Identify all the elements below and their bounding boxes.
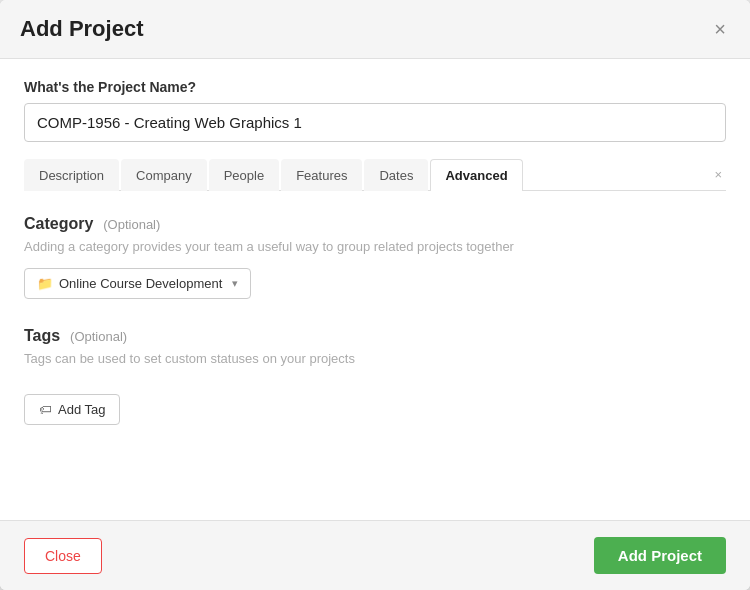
- modal-body: What's the Project Name? Description Com…: [0, 59, 750, 496]
- tab-company[interactable]: Company: [121, 159, 207, 191]
- project-name-label: What's the Project Name?: [24, 79, 726, 95]
- project-name-input[interactable]: [24, 103, 726, 142]
- add-tag-label: Add Tag: [58, 402, 105, 417]
- category-section: Category (Optional) Adding a category pr…: [24, 215, 726, 299]
- tab-advanced-content: Category (Optional) Adding a category pr…: [24, 191, 726, 496]
- modal-footer: Close Add Project: [0, 520, 750, 590]
- tab-features[interactable]: Features: [281, 159, 362, 191]
- add-project-button[interactable]: Add Project: [594, 537, 726, 574]
- category-description: Adding a category provides your team a u…: [24, 239, 726, 254]
- tab-people[interactable]: People: [209, 159, 279, 191]
- tags-description: Tags can be used to set custom statuses …: [24, 351, 726, 366]
- tags-optional: (Optional): [70, 329, 127, 344]
- add-tag-button[interactable]: 🏷 Add Tag: [24, 394, 120, 425]
- chevron-down-icon: ▾: [232, 277, 238, 290]
- tags-title: Tags: [24, 327, 60, 344]
- tabs-row: Description Company People Features Date…: [24, 158, 726, 191]
- tab-dates[interactable]: Dates: [364, 159, 428, 191]
- close-button[interactable]: Close: [24, 538, 102, 574]
- modal-title: Add Project: [20, 16, 143, 42]
- category-selected-value: Online Course Development: [59, 276, 222, 291]
- category-dropdown[interactable]: 📁 Online Course Development ▾: [24, 268, 251, 299]
- folder-icon: 📁: [37, 276, 53, 291]
- tag-icon: 🏷: [39, 402, 52, 417]
- category-title: Category: [24, 215, 93, 232]
- tags-section: Tags (Optional) Tags can be used to set …: [24, 327, 726, 425]
- modal-header: Add Project ×: [0, 0, 750, 59]
- add-project-modal: Add Project × What's the Project Name? D…: [0, 0, 750, 590]
- tab-advanced[interactable]: Advanced: [430, 159, 522, 191]
- category-optional: (Optional): [103, 217, 160, 232]
- modal-close-x-button[interactable]: ×: [710, 19, 730, 39]
- tab-description[interactable]: Description: [24, 159, 119, 191]
- tab-row-close-icon[interactable]: ×: [710, 167, 726, 182]
